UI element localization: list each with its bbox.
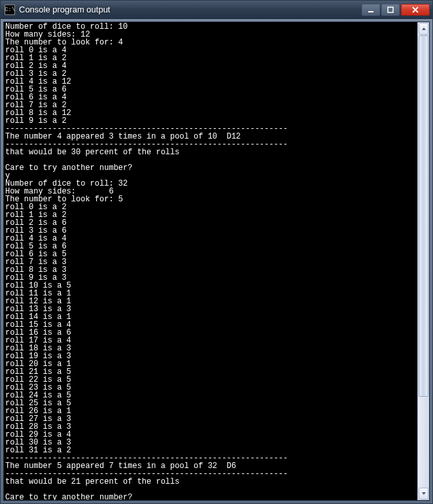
scroll-thumb[interactable]: [419, 35, 428, 397]
chevron-down-icon: [421, 492, 426, 496]
scroll-up-button[interactable]: [419, 23, 428, 35]
titlebar[interactable]: C:\ Console program output: [1, 1, 432, 19]
svg-rect-0: [368, 11, 373, 12]
scroll-track[interactable]: [418, 35, 429, 487]
console-output: Number of dice to roll: 10 How many side…: [4, 22, 417, 500]
chevron-up-icon: [421, 27, 426, 31]
client-area: Number of dice to roll: 10 How many side…: [3, 22, 430, 501]
close-button[interactable]: [401, 4, 430, 16]
scroll-down-button[interactable]: [419, 488, 428, 499]
minimize-icon: [368, 7, 374, 13]
maximize-icon: [387, 7, 394, 13]
app-icon: C:\: [5, 5, 15, 15]
maximize-button[interactable]: [381, 4, 400, 16]
minimize-button[interactable]: [362, 4, 380, 16]
close-icon: [411, 7, 419, 13]
svg-rect-1: [388, 7, 393, 12]
window-controls: [362, 4, 430, 16]
window-title: Console program output: [19, 5, 358, 14]
vertical-scrollbar[interactable]: [417, 22, 429, 500]
console-window: C:\ Console program output Number of dic…: [0, 0, 433, 504]
